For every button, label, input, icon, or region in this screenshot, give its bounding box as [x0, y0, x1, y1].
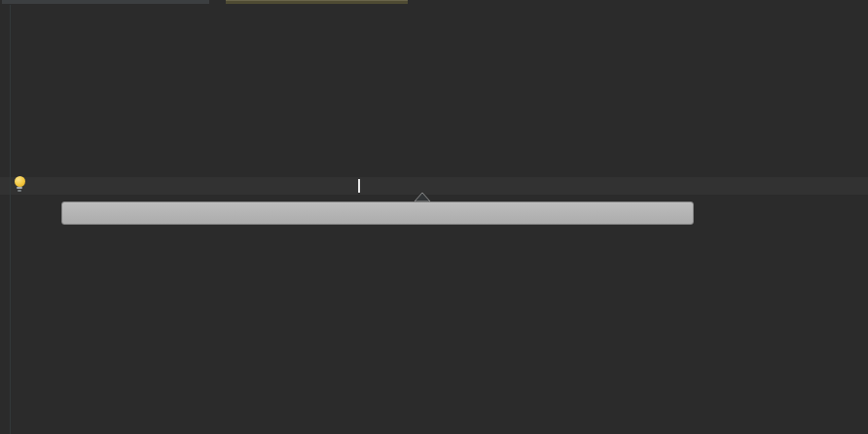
- editor-tab-bar: [0, 0, 868, 5]
- caret-line-highlight: [0, 177, 868, 195]
- ide-editor: [0, 0, 868, 434]
- gutter-separator: [10, 5, 11, 434]
- editor-tab-active[interactable]: [226, 0, 408, 4]
- lightbulb-base: [18, 190, 21, 192]
- editor-tab-inactive[interactable]: [2, 0, 209, 4]
- lightbulb-glass: [15, 176, 25, 187]
- inspection-tooltip: [61, 201, 694, 225]
- text-caret: [358, 179, 360, 193]
- lightbulb-base: [17, 187, 22, 189]
- intention-lightbulb-icon[interactable]: [13, 176, 26, 192]
